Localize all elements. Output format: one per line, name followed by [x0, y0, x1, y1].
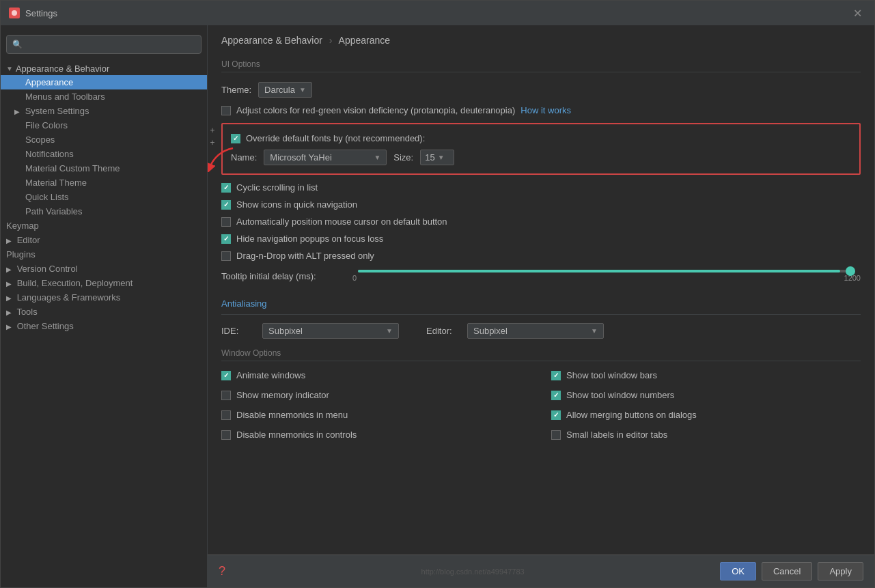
sidebar-item-quick-lists[interactable]: Quick Lists [1, 190, 207, 204]
bottom-left: ? [219, 564, 225, 578]
small-labels-checkbox[interactable] [551, 430, 561, 440]
close-button[interactable]: ✕ [849, 5, 866, 21]
disable-mnem-controls-checkbox[interactable] [221, 430, 231, 440]
sidebar-item-scopes[interactable]: Scopes [1, 132, 207, 147]
expand-arrow-other-icon: ▶ [6, 323, 12, 331]
expand-font-icon[interactable]: + [208, 138, 217, 148]
sidebar-item-build[interactable]: ▶ Build, Execution, Deployment [1, 276, 207, 290]
cancel-button[interactable]: Cancel [762, 562, 812, 580]
animate-windows-row: Animate windows [221, 367, 531, 384]
font-name-select[interactable]: Microsoft YaHei ▼ [264, 150, 387, 165]
editor-aa-select[interactable]: Subpixel ▼ [467, 323, 604, 339]
show-tool-numbers-row: Show tool window numbers [551, 387, 861, 404]
sidebar-item-other-settings[interactable]: ▶ Other Settings [1, 319, 207, 333]
apply-button[interactable]: Apply [818, 562, 863, 580]
allow-merging-wrap: Allow merging buttons on dialogs [551, 410, 697, 420]
content-area: Appearance & Behavior › Appearance UI Op… [208, 25, 874, 587]
hide-nav-checkbox-wrap: Hide navigation popups on focus loss [221, 234, 383, 244]
svg-point-0 [12, 10, 17, 16]
sidebar-item-plugins[interactable]: Plugins [1, 247, 207, 262]
app-icon [9, 8, 20, 18]
show-tool-numbers-label: Show tool window numbers [566, 390, 674, 400]
how-it-works-link[interactable]: How it works [520, 105, 571, 115]
breadcrumb-parent: Appearance & Behavior [221, 35, 322, 46]
show-tool-bars-label: Show tool window bars [566, 370, 657, 380]
sidebar-item-appearance[interactable]: Appearance [1, 75, 207, 89]
help-icon[interactable]: ? [219, 564, 225, 578]
window-options-grid: Animate windows Show tool window bars [221, 367, 861, 443]
adjust-colors-checkbox-wrap: Adjust colors for red-green vision defic… [221, 105, 515, 115]
slider-track[interactable] [358, 270, 855, 272]
allow-merging-checkbox[interactable] [551, 410, 561, 420]
theme-select[interactable]: Darcula ▼ [258, 82, 312, 98]
show-icons-label: Show icons in quick navigation [236, 199, 357, 210]
slider-fill [358, 270, 840, 272]
show-tool-numbers-wrap: Show tool window numbers [551, 390, 674, 400]
sidebar-item-editor[interactable]: ▶ Editor [1, 233, 207, 247]
sidebar-item-file-colors[interactable]: File Colors [1, 118, 207, 132]
window-title: Settings [25, 8, 849, 18]
aa-row: IDE: Subpixel ▼ Editor: Subpixel ▼ [221, 320, 861, 341]
allow-merging-row: Allow merging buttons on dialogs [551, 406, 861, 423]
main-content: 🔍 ▼ Appearance & Behavior Appearance Men… [1, 25, 874, 587]
disable-mnem-controls-label: Disable mnemonics in controls [236, 430, 357, 440]
content-body: Theme: Darcula ▼ Adjust colors for red-g… [208, 78, 874, 555]
ide-dropdown-arrow-icon: ▼ [386, 327, 393, 335]
theme-dropdown-arrow-icon: ▼ [299, 86, 306, 94]
expand-override-icon[interactable]: + [208, 126, 217, 135]
show-icons-checkbox[interactable] [221, 200, 231, 210]
settings-window: Settings ✕ 🔍 ▼ Appearance & Behavior App… [0, 0, 875, 588]
sidebar-item-menus-toolbars[interactable]: Menus and Toolbars [1, 89, 207, 104]
show-tool-bars-wrap: Show tool window bars [551, 370, 657, 380]
sidebar-item-tools[interactable]: ▶ Tools [1, 305, 207, 319]
hide-nav-checkbox[interactable] [221, 234, 231, 244]
font-size-select[interactable]: 15 ▼ [420, 150, 454, 165]
adjust-colors-row: Adjust colors for red-green vision defic… [221, 102, 861, 119]
tooltip-slider-row: Tooltip initial delay (ms): 0 1200 [221, 264, 861, 288]
ok-button[interactable]: OK [720, 562, 756, 580]
show-memory-checkbox[interactable] [221, 391, 231, 400]
override-fonts-checkbox-wrap: Override default fonts by (not recommend… [231, 133, 425, 143]
cyclic-scrolling-checkbox[interactable] [221, 183, 231, 193]
editor-dropdown-arrow-icon: ▼ [591, 327, 598, 335]
theme-row: Theme: Darcula ▼ [221, 78, 861, 102]
ide-aa-select[interactable]: Subpixel ▼ [262, 323, 399, 339]
show-memory-label: Show memory indicator [236, 390, 329, 400]
theme-label: Theme: [221, 85, 251, 95]
auto-position-checkbox-wrap: Automatically position mouse cursor on d… [221, 216, 447, 227]
disable-mnem-menu-checkbox[interactable] [221, 410, 231, 420]
sidebar-item-languages[interactable]: ▶ Languages & Frameworks [1, 290, 207, 305]
sidebar-item-material-custom-theme[interactable]: Material Custom Theme [1, 161, 207, 176]
animate-windows-checkbox[interactable] [221, 371, 231, 380]
disable-mnem-controls-row: Disable mnemonics in controls [221, 426, 531, 443]
animate-windows-wrap: Animate windows [221, 370, 305, 380]
animate-windows-label: Animate windows [236, 370, 305, 380]
search-box[interactable]: 🔍 [6, 35, 202, 54]
sidebar-item-appearance-behavior[interactable]: ▼ Appearance & Behavior [1, 61, 207, 75]
show-tool-bars-checkbox[interactable] [551, 371, 561, 380]
auto-position-checkbox[interactable] [221, 217, 231, 227]
sidebar-item-notifications[interactable]: Notifications [1, 147, 207, 161]
breadcrumb: Appearance & Behavior › Appearance [221, 35, 861, 46]
sidebar-item-version-control[interactable]: ▶ Version Control [1, 262, 207, 276]
sidebar-item-path-variables[interactable]: Path Variables [1, 204, 207, 219]
sidebar-item-system-settings[interactable]: ▶ System Settings [1, 104, 207, 118]
auto-position-label: Automatically position mouse cursor on d… [236, 216, 447, 227]
override-fonts-checkbox[interactable] [231, 134, 240, 143]
drag-drop-checkbox[interactable] [221, 251, 231, 261]
expand-arrow-tools-icon: ▶ [6, 309, 12, 316]
sidebar-item-material-theme[interactable]: Material Theme [1, 176, 207, 190]
allow-merging-label: Allow merging buttons on dialogs [566, 410, 697, 420]
sidebar-section-label: Appearance & Behavior [16, 64, 109, 74]
search-input[interactable] [27, 40, 195, 49]
small-labels-wrap: Small labels in editor tabs [551, 430, 667, 440]
adjust-colors-checkbox[interactable] [221, 106, 231, 115]
slider-thumb[interactable] [846, 266, 855, 276]
disable-mnem-menu-wrap: Disable mnemonics in menu [221, 410, 348, 420]
show-tool-numbers-checkbox[interactable] [551, 391, 561, 400]
show-memory-row: Show memory indicator [221, 387, 531, 404]
override-fonts-wrapper: + + [221, 123, 861, 175]
title-bar: Settings ✕ [1, 1, 874, 25]
small-labels-label: Small labels in editor tabs [566, 430, 667, 440]
sidebar-item-keymap[interactable]: Keymap [1, 219, 207, 233]
